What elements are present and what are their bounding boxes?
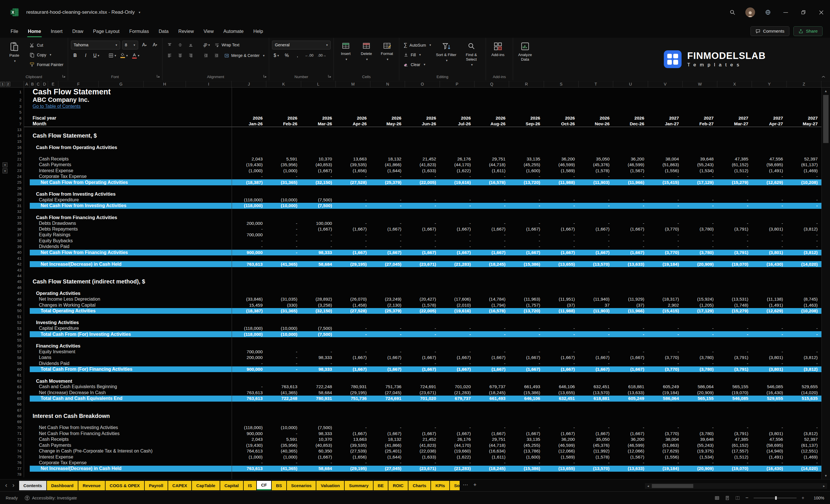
cell[interactable]: - [405,197,440,203]
cell[interactable]: (26,070) [336,296,371,302]
cell[interactable]: 565,155 [683,396,717,401]
row-number-45[interactable]: 45 [10,279,24,285]
cell[interactable]: (58,695) [752,162,787,168]
cell[interactable]: (1,611) [475,168,509,174]
cell[interactable]: Jul-26 [440,121,475,127]
cell[interactable]: - [683,244,717,249]
cell[interactable]: - [336,460,371,466]
minimize-button[interactable]: — [777,0,795,25]
cell[interactable]: (1,667) [371,367,405,372]
row-label[interactable]: Interest on Cash Breakdown [30,413,232,419]
cell[interactable]: Jun-26 [405,121,440,127]
merge-center-button[interactable]: Merge & Center▾ [223,51,266,60]
cell[interactable]: (23,671) [405,390,440,396]
row-number-28[interactable]: 28 [10,191,24,197]
cell[interactable]: (3,812) [787,367,822,372]
cell[interactable]: - [787,238,822,244]
row-label[interactable] [30,267,232,273]
row-label[interactable]: Net Income Less Depreciation [30,296,232,302]
row-label[interactable]: Cash Flow from Investing Activities [30,191,232,197]
cell[interactable]: (16,430) [752,390,787,396]
zoom-in-button[interactable]: + [802,496,804,501]
row-label[interactable]: Cash Movement [30,378,232,384]
cell[interactable]: (33,846) [232,296,266,302]
cell[interactable]: (1,667) [440,250,475,255]
cell[interactable]: 5,591 [266,437,301,442]
menu-home[interactable]: Home [23,25,46,38]
cell[interactable]: (14,020) [787,466,822,471]
cell[interactable]: - [787,331,822,337]
align-center-button[interactable] [176,51,185,60]
cell[interactable]: 900,000 [232,367,266,372]
sheet-tab-valuation[interactable]: Valuation [316,481,344,490]
cell[interactable]: - [648,460,683,466]
cell[interactable]: 36,200 [544,156,579,162]
zoom-out-button[interactable]: − [745,495,748,501]
column-header-l[interactable]: L [301,81,336,87]
cell[interactable]: (1,578) [579,454,613,460]
cell[interactable]: (61,152) [717,442,752,448]
row-label[interactable]: Total Cash From (For) Investing Activiti… [30,331,232,337]
cell[interactable]: - [544,203,579,209]
cell[interactable]: - [266,244,301,249]
cell[interactable]: (1,667) [440,367,475,372]
cell[interactable]: - [371,232,405,238]
cell[interactable]: 2026 [371,115,405,121]
cell[interactable]: (1,667) [371,355,405,360]
cell[interactable]: (27,045) [371,466,405,471]
row-label[interactable] [30,150,232,156]
cell[interactable]: (61,137) [787,162,822,168]
cell[interactable]: (1,667) [613,431,648,437]
cell[interactable]: 679,737 [475,384,509,389]
cell[interactable]: - [752,232,787,238]
cell[interactable]: (1,667) [544,431,579,437]
menu-review[interactable]: Review [173,25,199,38]
cell[interactable]: (13,531) [717,296,752,302]
row-number-61[interactable]: 61 [10,372,24,378]
cell[interactable]: Nov-26 [579,121,613,127]
cell[interactable]: - [717,232,752,238]
cell[interactable]: 2,043 [232,437,266,442]
cell[interactable]: 29,751 [475,156,509,162]
cell[interactable]: - [544,174,579,179]
cell[interactable]: (1,667) [440,226,475,232]
cell[interactable]: (19,184) [648,390,683,396]
cell[interactable]: (27,528) [336,308,371,314]
cell[interactable]: - [475,197,509,203]
cell[interactable]: (7,500) [301,331,336,337]
cell[interactable]: (1,491) [752,454,787,460]
cell[interactable]: - [787,244,822,249]
cell[interactable]: - [509,331,544,337]
row-label[interactable]: Cash Flow Statement, $ [30,133,232,138]
row-number-29[interactable]: 29 [10,197,24,203]
tab-scroll-left[interactable]: ‹ [5,482,7,489]
cell[interactable]: (15,924) [683,296,717,302]
cell[interactable]: - [613,174,648,179]
cell[interactable]: 2026 [232,115,266,121]
cell[interactable]: - [787,425,822,431]
sheet-tab-so[interactable]: So [450,481,459,490]
cell[interactable]: - [752,361,787,367]
cell[interactable]: (1,469) [787,168,822,174]
cell[interactable]: (1,556) [648,454,683,460]
cell[interactable]: (3,770) [648,355,683,360]
cell[interactable]: (41,365) [266,390,301,396]
cell[interactable]: (11,966) [613,179,648,185]
cell[interactable]: (1,667) [579,250,613,255]
cell[interactable]: 2027 [717,115,752,121]
row-number-7[interactable]: 7 [10,121,24,127]
cell[interactable]: (16,430) [752,466,787,471]
horizontal-scrollbar[interactable]: ◂ ▸ [645,483,827,489]
cell[interactable]: - [266,232,301,238]
cell[interactable]: (3,791) [717,367,752,372]
cell[interactable]: - [579,425,613,431]
cell[interactable]: (11,903) [579,308,613,314]
share-button[interactable]: Share [793,26,823,36]
cell[interactable]: - [544,244,579,249]
cell[interactable]: 10,370 [301,156,336,162]
cell[interactable]: (3,791) [717,250,752,255]
cell[interactable]: - [752,197,787,203]
cell[interactable]: - [787,174,822,179]
row-label[interactable]: Cash Payments [30,442,232,448]
cell[interactable]: - [440,361,475,367]
